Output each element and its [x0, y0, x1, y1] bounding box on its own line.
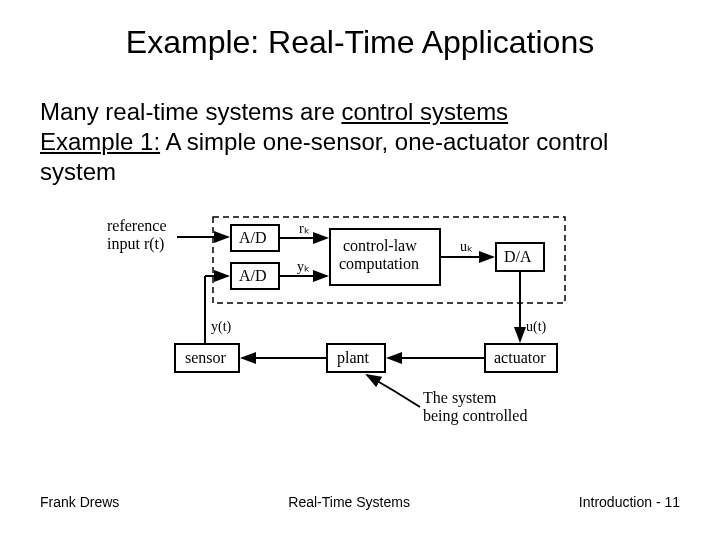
- slide-footer: Frank Drews Real-Time Systems Introducti…: [0, 494, 720, 510]
- label-uk: uₖ: [460, 239, 473, 254]
- footer-right: Introduction - 11: [579, 494, 680, 510]
- example-label: Example 1:: [40, 128, 160, 155]
- control-system-diagram: reference input r(t) A/D A/D rₖ yₖ contr…: [105, 211, 615, 431]
- control-law-1: control-law: [343, 237, 417, 254]
- plant-label: plant: [337, 349, 370, 367]
- slide-body: Many real-time systems are control syste…: [0, 61, 720, 187]
- control-law-2: computation: [339, 255, 419, 273]
- body-line-1: Many real-time systems are control syste…: [40, 97, 680, 127]
- reference-label-2: input r(t): [107, 235, 164, 253]
- ad-block-2-label: A/D: [239, 267, 267, 284]
- actuator-label: actuator: [494, 349, 546, 366]
- label-yk: yₖ: [297, 259, 310, 274]
- slide-title: Example: Real-Time Applications: [0, 0, 720, 61]
- diagram-svg: reference input r(t) A/D A/D rₖ yₖ contr…: [105, 211, 615, 431]
- body-line-2: Example 1: A simple one-sensor, one-actu…: [40, 127, 680, 187]
- arrow-note-to-plant: [367, 375, 420, 407]
- label-rk: rₖ: [299, 221, 310, 236]
- reference-label-1: reference: [107, 217, 167, 234]
- slide: Example: Real-Time Applications Many rea…: [0, 0, 720, 540]
- note-1: The system: [423, 389, 497, 407]
- label-ut: u(t): [526, 319, 547, 335]
- footer-center: Real-Time Systems: [288, 494, 410, 510]
- note-2: being controlled: [423, 407, 527, 425]
- sensor-label: sensor: [185, 349, 227, 366]
- body-line-1-underlined: control systems: [341, 98, 508, 125]
- da-label: D/A: [504, 248, 532, 265]
- ad-block-1-label: A/D: [239, 229, 267, 246]
- footer-left: Frank Drews: [40, 494, 119, 510]
- label-yt: y(t): [211, 319, 232, 335]
- body-line-1-pre: Many real-time systems are: [40, 98, 341, 125]
